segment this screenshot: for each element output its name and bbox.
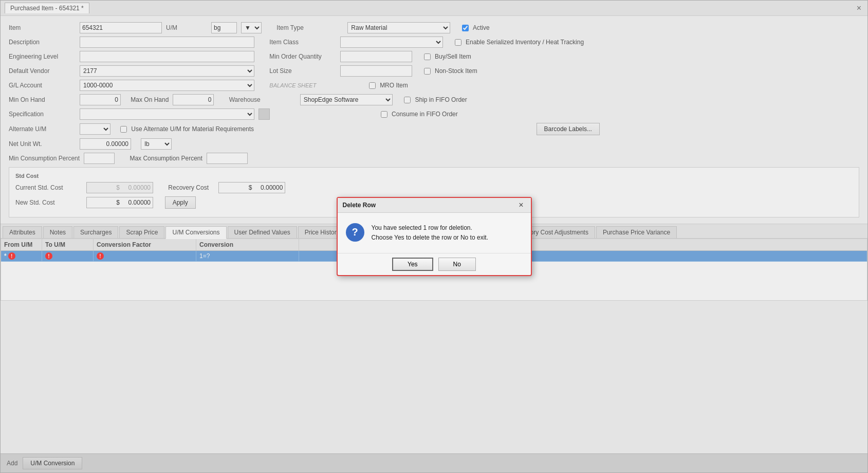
modal-footer: Yes No [338,253,531,275]
modal-message-line2: Choose Yes to delete the row or No to ex… [372,233,488,243]
modal-overlay: Delete Row × ? You have selected 1 row f… [1,1,867,472]
modal-message-line1: You have selected 1 row for deletion. [372,223,488,233]
no-button[interactable]: No [438,258,476,271]
modal-icon: ? [346,223,364,242]
yes-button[interactable]: Yes [392,258,433,271]
modal-title: Delete Row [343,202,376,209]
modal-text: You have selected 1 row for deletion. Ch… [372,223,488,243]
modal-close-button[interactable]: × [516,201,525,210]
modal-title-bar: Delete Row × [338,198,531,213]
modal-body: ? You have selected 1 row for deletion. … [338,213,531,253]
delete-row-modal: Delete Row × ? You have selected 1 row f… [337,197,532,276]
main-window: Purchased Item - 654321 * × Item U/M ▼ I… [0,0,868,473]
